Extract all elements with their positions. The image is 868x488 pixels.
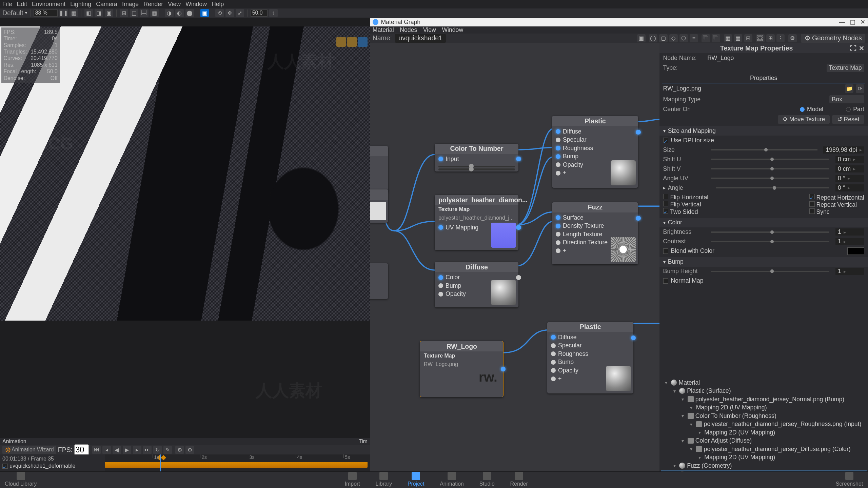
menu-lighting[interactable]: Lighting <box>70 1 91 8</box>
fps-input[interactable] <box>74 444 88 455</box>
sync-checkbox[interactable] <box>809 208 815 214</box>
center-model-radio[interactable] <box>800 107 805 112</box>
section-size-mapping[interactable]: Size and Mapping <box>659 126 868 136</box>
mg-tool[interactable]: ▢ <box>659 34 668 43</box>
track-label[interactable]: uvquickshade1_deformable <box>9 463 75 469</box>
mg-menu-window[interactable]: Window <box>442 26 463 34</box>
toolbar-btn[interactable]: ⟲ <box>215 9 224 17</box>
shiftv-input[interactable]: 0 cm <box>835 165 864 172</box>
tree-node[interactable]: ▾Mapping 2D (UV Mapping) <box>661 428 867 437</box>
node-partial[interactable]: mon... <box>370 146 388 192</box>
menu-view[interactable]: View <box>168 1 181 8</box>
tab-library[interactable]: Library <box>376 472 392 487</box>
toolbar-btn[interactable]: ◑ <box>165 9 174 17</box>
playhead[interactable] <box>160 454 161 471</box>
normal-checkbox[interactable] <box>663 278 669 284</box>
viewport-btn[interactable] <box>347 37 357 46</box>
mg-tool[interactable]: ◇ <box>669 34 678 43</box>
tab-project[interactable]: Project <box>408 472 424 487</box>
window-titlebar[interactable]: Material Graph — ▢ ✕ <box>370 18 868 26</box>
tree-node[interactable]: ▾Plastic (Surface) <box>661 387 867 395</box>
menu-window[interactable]: Window <box>185 1 207 8</box>
settings-icon[interactable]: ⚙ <box>185 446 194 454</box>
bump-slider[interactable] <box>711 271 830 272</box>
blend-color-swatch[interactable] <box>847 247 864 255</box>
refresh-icon[interactable]: ⟳ <box>856 84 864 93</box>
tree-node[interactable]: ▾polyester_heather_diamond_jersey_Roughn… <box>661 420 867 428</box>
toolbar-btn[interactable]: ▣ <box>200 9 209 17</box>
shiftu-slider[interactable] <box>711 159 830 160</box>
tree-node[interactable]: ▾Mapping 2D (UV Mapping) <box>661 403 867 412</box>
toolbar-btn[interactable]: ⿳ <box>140 9 149 17</box>
tab-studio[interactable]: Studio <box>479 472 495 487</box>
flip-h-checkbox[interactable] <box>663 194 669 199</box>
toolbar-btn[interactable]: ✥ <box>225 9 234 17</box>
timeline[interactable]: 00:01:133 / Frame 35 uvquickshade1_defor… <box>0 454 370 471</box>
viewport-btn[interactable] <box>336 37 346 46</box>
mg-menu-material[interactable]: Material <box>373 26 394 34</box>
contrast-slider[interactable] <box>711 241 830 242</box>
properties-tab[interactable]: Properties <box>662 74 865 83</box>
menu-edit[interactable]: Edit <box>17 1 27 8</box>
menu-camera[interactable]: Camera <box>96 1 117 8</box>
shiftu-input[interactable]: 0 cm <box>835 156 864 163</box>
menu-render[interactable]: Render <box>143 1 163 8</box>
minimize-icon[interactable]: — <box>839 19 845 26</box>
menu-help[interactable]: Help <box>212 1 224 8</box>
node-color-to-number[interactable]: Color To Number Input <box>435 144 518 172</box>
play-rev-icon[interactable]: ◀ <box>113 446 121 454</box>
mg-tool[interactable]: ⿻ <box>712 34 720 43</box>
menu-image[interactable]: Image <box>122 1 139 8</box>
to-end-icon[interactable]: ⏭ <box>143 446 152 454</box>
maximize-icon[interactable]: ▢ <box>850 19 855 26</box>
tab-import[interactable]: Import <box>345 472 360 487</box>
expand-icon[interactable]: ⛶ <box>850 44 856 52</box>
toolbar-btn[interactable]: ⤢ <box>236 9 244 17</box>
brightness-slider[interactable] <box>711 231 830 233</box>
mg-tool[interactable]: ◯ <box>649 34 657 43</box>
material-tree[interactable]: ▾Material▾Plastic (Surface)▾polyester_he… <box>659 377 868 471</box>
section-bump[interactable]: Bump <box>659 257 868 267</box>
loop-icon[interactable]: ↻ <box>153 446 162 454</box>
size-slider[interactable] <box>711 149 817 150</box>
toolbar-btn[interactable]: ◨ <box>95 9 103 17</box>
shiftv-slider[interactable] <box>711 168 830 169</box>
mg-tool[interactable]: ⊞ <box>766 34 775 43</box>
node-texture-map[interactable]: polyester_heather_diamon... Texture Map … <box>435 195 518 250</box>
size-input[interactable]: 1989,98 dpi <box>823 146 864 154</box>
toolbar-btn[interactable]: ◧ <box>84 9 93 17</box>
tree-node[interactable]: ▾polyester_heather_diamond_jersey_Diffus… <box>661 445 867 453</box>
node-canvas[interactable]: mon... d_1... Color To Number Input <box>370 43 659 471</box>
tree-node[interactable]: ▾Color Adjust (Diffuse) <box>661 436 867 445</box>
pause-icon[interactable]: ❚❚ <box>59 9 68 17</box>
toolbar-btn[interactable]: ▣ <box>105 9 113 17</box>
two-sided-checkbox[interactable] <box>663 208 669 214</box>
repeat-h-checkbox[interactable] <box>809 194 815 199</box>
value-input[interactable] <box>251 9 267 17</box>
tree-node[interactable]: ▾Color To Number (Roughness) <box>661 412 867 420</box>
toolbar-btn[interactable]: ↕ <box>269 9 278 17</box>
cloud-library-tab[interactable]: Cloud Library <box>5 472 37 487</box>
node-partial[interactable] <box>370 263 388 299</box>
angle-slider[interactable] <box>716 187 830 188</box>
folder-icon[interactable]: 📁 <box>845 84 853 93</box>
mg-tool[interactable]: ▦ <box>734 34 743 43</box>
zoom-input[interactable] <box>34 9 58 17</box>
track-checkbox[interactable] <box>2 464 8 469</box>
animation-wizard-button[interactable]: 🔆 Animation Wizard <box>2 446 56 454</box>
angle-input[interactable]: 0 ° <box>835 184 864 191</box>
menu-environment[interactable]: Environment <box>32 1 65 8</box>
angleuv-slider[interactable] <box>711 178 830 179</box>
repeat-v-checkbox[interactable] <box>809 201 815 207</box>
node-diffuse[interactable]: Diffuse Color Bump Opacity <box>435 262 518 307</box>
file-field[interactable]: RW_Logo.png <box>663 85 843 92</box>
render-viewport[interactable]: 人人素材 RRCG 人人素材 <box>0 26 370 438</box>
node-fuzz[interactable]: Fuzz Surface Density Texture Length Text… <box>552 202 638 265</box>
tab-render[interactable]: Render <box>510 472 528 487</box>
node-name-value[interactable]: RW_Logo <box>707 55 734 62</box>
timeline-clip[interactable] <box>105 462 368 468</box>
brightness-input[interactable]: 1 <box>835 228 864 236</box>
tree-node[interactable]: ▾polyester_heather_diamond_jersey_Normal… <box>661 395 867 404</box>
prev-frame-icon[interactable]: ◂ <box>102 446 111 454</box>
toolbar-btn[interactable]: ▦ <box>70 9 78 17</box>
